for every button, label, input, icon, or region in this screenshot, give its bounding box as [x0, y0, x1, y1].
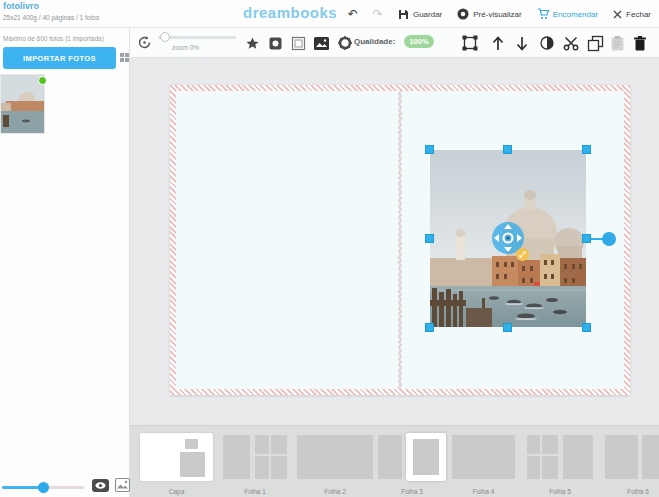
- paste-button-disabled[interactable]: [609, 34, 625, 52]
- send-backward-button[interactable]: [514, 34, 530, 52]
- project-info: fotolivro 25x21 400g / 40 páginas / 1 fo…: [3, 2, 99, 21]
- arrow-down-icon: [516, 36, 528, 51]
- bring-forward-button[interactable]: [490, 34, 506, 52]
- dreambooks-logo: dreambooks: [243, 4, 337, 21]
- resize-handle-top-right[interactable]: [582, 145, 591, 154]
- quality-badge: 100%: [404, 35, 434, 48]
- page-thumbnail-grid[interactable]: [255, 435, 287, 479]
- close-icon: [613, 10, 622, 19]
- page-thumbnail[interactable]: [223, 435, 250, 479]
- canvas-zoom-slider[interactable]: zoom 0%: [158, 36, 236, 39]
- photo-warning-badge[interactable]: ⤢: [516, 248, 529, 261]
- filmstrip-item-folha5[interactable]: Folha 5: [527, 426, 593, 497]
- photobook-editor: fotolivro 25x21 400g / 40 páginas / 1 fo…: [0, 0, 659, 497]
- preview-label: Pré-visualizar: [473, 10, 521, 19]
- filmstrip-item-folha4[interactable]: Folha 4: [452, 426, 515, 497]
- order-button[interactable]: Encomendar: [537, 8, 598, 20]
- frame-icon: [292, 37, 305, 50]
- rotation-handle[interactable]: [602, 232, 616, 246]
- page-thumbnail[interactable]: [605, 435, 638, 479]
- resize-handle-top-left[interactable]: [425, 145, 434, 154]
- page-thumbnail[interactable]: [378, 435, 402, 479]
- resize-handle-bottom-right[interactable]: [582, 323, 591, 332]
- filmstrip-label: Folha 3: [378, 488, 446, 495]
- project-subtitle: 25x21 400g / 40 páginas / 1 fotos: [3, 14, 99, 21]
- filmstrip-item-folha3-selected[interactable]: Folha 3: [378, 426, 446, 497]
- filmstrip-item-folha1[interactable]: Folha 1: [223, 426, 287, 497]
- save-button[interactable]: Guardar: [398, 9, 442, 20]
- mask-icon: [269, 37, 282, 50]
- spread-thumbnail[interactable]: [452, 435, 515, 479]
- resize-handle-middle-right[interactable]: [582, 234, 591, 243]
- spread-thumbnail[interactable]: [297, 435, 373, 479]
- undo-icon[interactable]: ↶: [348, 7, 358, 21]
- photo-view-icon[interactable]: [115, 478, 130, 492]
- page-thumbnail-grid[interactable]: [527, 435, 558, 479]
- filmstrip-label: Folha 6: [605, 488, 659, 495]
- close-button[interactable]: Fechar: [613, 10, 651, 19]
- resize-handle-bottom-middle[interactable]: [503, 323, 512, 332]
- duplicate-button[interactable]: [586, 34, 604, 52]
- selected-page-photo-box: [413, 439, 439, 475]
- image-icon: [314, 37, 329, 50]
- cover-spine-box: [185, 439, 198, 449]
- redo-icon[interactable]: ↷: [373, 7, 383, 21]
- order-label: Encomendar: [553, 10, 598, 19]
- save-label: Guardar: [413, 10, 442, 19]
- zoom-slider-knob[interactable]: [160, 32, 170, 42]
- pages-filmstrip: Capa Folha 1 Folha 2 Folha 3 Folha 4 Fol…: [130, 425, 659, 497]
- resize-handle-bottom-left[interactable]: [425, 323, 434, 332]
- star-icon: [246, 37, 259, 50]
- selected-page-thumbnail[interactable]: [406, 433, 446, 481]
- selected-photo[interactable]: ⤢: [430, 150, 586, 327]
- editor-canvas[interactable]: ⤢: [130, 58, 659, 425]
- view-grid-icon[interactable]: [120, 53, 129, 62]
- thumbnail-size-slider[interactable]: [2, 482, 84, 493]
- filmstrip-label: Capa: [130, 488, 223, 495]
- crop-button[interactable]: [461, 34, 479, 52]
- zoom-level-label: zoom 0%: [172, 44, 199, 51]
- photos-sidebar: Máximo de 600 fotos (1 importada) IMPORT…: [0, 28, 130, 497]
- contrast-icon: [540, 36, 554, 50]
- resize-handle-middle-left[interactable]: [425, 234, 434, 243]
- slider-track-empty: [44, 486, 84, 489]
- filmstrip-item-folha6[interactable]: Folha 6: [605, 426, 659, 497]
- cover-photo-box: [180, 452, 205, 477]
- edit-toolbar: zoom 0% Qualidade: 100%: [130, 28, 659, 58]
- cover-thumbnail[interactable]: [140, 433, 213, 481]
- frame-button[interactable]: [290, 35, 306, 51]
- resize-handle-top-middle[interactable]: [503, 145, 512, 154]
- page-left[interactable]: [176, 91, 398, 389]
- floppy-disk-icon: [398, 9, 409, 20]
- page-thumbnail[interactable]: [642, 435, 659, 479]
- filmstrip-item-folha2[interactable]: Folha 2: [297, 426, 373, 497]
- rotate-reset-button[interactable]: [136, 34, 152, 50]
- filmstrip-item-capa[interactable]: Capa: [130, 426, 223, 497]
- filmstrip-label: Folha 1: [223, 488, 287, 495]
- transform-frame-icon: [462, 35, 478, 51]
- filmstrip-label: Folha 5: [527, 488, 593, 495]
- filmstrip-label: Folha 2: [297, 488, 373, 495]
- project-title: fotolivro: [3, 2, 99, 12]
- import-photos-button[interactable]: IMPORTAR FOTOS: [3, 47, 116, 69]
- eye-icon: [457, 8, 469, 20]
- zoom-slider-track[interactable]: [158, 36, 236, 39]
- slider-knob[interactable]: [38, 482, 49, 493]
- background-button[interactable]: [313, 35, 330, 51]
- gear-icon: [338, 36, 352, 50]
- page-thumbnail[interactable]: [563, 435, 593, 479]
- delete-button[interactable]: [632, 34, 648, 52]
- venice-thumbnail-image: [1, 75, 44, 133]
- effects-button[interactable]: [244, 35, 260, 51]
- clipboard-icon: [611, 36, 624, 51]
- preview-button[interactable]: Pré-visualizar: [457, 8, 521, 20]
- hide-used-icon[interactable]: [92, 479, 109, 492]
- cart-icon: [537, 8, 549, 20]
- photos-count-info: Máximo de 600 fotos (1 importada): [3, 35, 127, 42]
- settings-button[interactable]: [337, 35, 353, 51]
- photo-used-indicator: [38, 76, 47, 85]
- scissors-icon: [563, 35, 579, 51]
- cut-button[interactable]: [562, 34, 580, 52]
- contrast-button[interactable]: [539, 35, 555, 51]
- mask-button[interactable]: [267, 35, 283, 51]
